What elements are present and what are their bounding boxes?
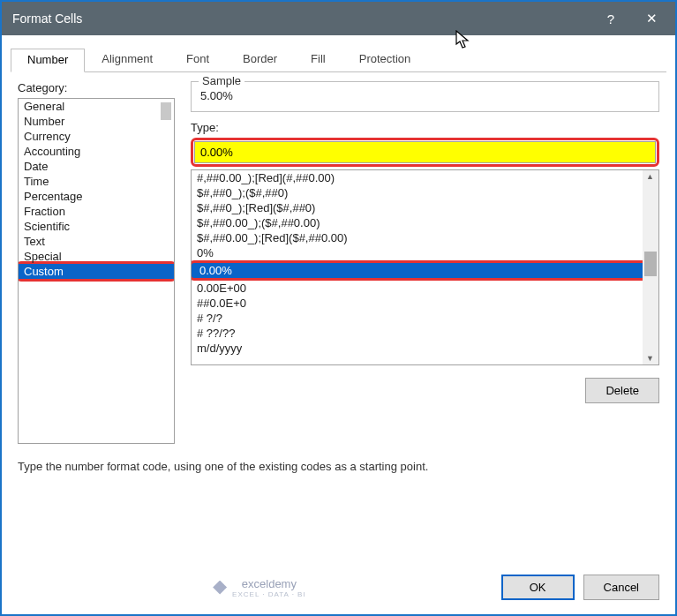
list-item[interactable]: ##0.0E+0 — [192, 296, 658, 311]
list-item[interactable]: General — [19, 99, 174, 114]
scrollbar-thumb[interactable] — [161, 102, 171, 120]
sample-value: 5.00% — [200, 89, 650, 102]
title-bar: Format Cells ? ✕ — [2, 2, 675, 35]
tab-border[interactable]: Border — [226, 48, 294, 71]
list-item[interactable]: Date — [19, 159, 174, 174]
list-item[interactable]: $#,##0.00_);($#,##0.00) — [192, 215, 658, 230]
help-icon: ? — [607, 11, 614, 26]
tab-number[interactable]: Number — [11, 49, 85, 72]
list-item-custom[interactable]: Custom — [19, 264, 174, 279]
type-input-highlight — [191, 138, 659, 167]
brand-watermark: exceldemy EXCEL · DATA · BI — [18, 577, 501, 598]
brand-tagline: EXCEL · DATA · BI — [232, 590, 306, 598]
scroll-down-icon[interactable]: ▼ — [646, 354, 654, 363]
sample-group: Sample 5.00% — [191, 81, 659, 112]
help-button[interactable]: ? — [590, 2, 631, 35]
tab-alignment[interactable]: Alignment — [85, 48, 169, 71]
list-item[interactable]: Text — [19, 234, 174, 249]
scrollbar-thumb[interactable] — [644, 252, 657, 276]
cancel-button[interactable]: Cancel — [583, 575, 659, 600]
sample-label: Sample — [199, 74, 244, 87]
window-title: Format Cells — [12, 11, 590, 26]
type-input[interactable] — [194, 141, 656, 163]
list-item-selected[interactable]: 0.00% — [191, 260, 659, 281]
list-item[interactable]: Currency — [19, 129, 174, 144]
list-item[interactable]: 0% — [192, 245, 658, 260]
list-item[interactable]: Scientific — [19, 219, 174, 234]
category-label: Category: — [18, 81, 175, 94]
scrollbar[interactable]: ▲ ▼ — [643, 170, 658, 364]
list-item[interactable]: #,##0.00_);[Red](#,##0.00) — [192, 170, 658, 185]
tab-font[interactable]: Font — [169, 48, 226, 71]
tab-fill[interactable]: Fill — [294, 48, 342, 71]
list-item[interactable]: $#,##0_);($#,##0) — [192, 185, 658, 200]
category-listbox[interactable]: General Number Currency Accounting Date … — [18, 98, 175, 444]
list-item[interactable]: Fraction — [19, 204, 174, 219]
brand-name: exceldemy — [242, 577, 297, 590]
list-item[interactable]: 0.00E+00 — [192, 281, 658, 296]
type-listbox[interactable]: #,##0.00_);[Red](#,##0.00) $#,##0_);($#,… — [191, 169, 659, 365]
help-text: Type the number format code, using one o… — [18, 460, 659, 473]
tab-strip: Number Alignment Font Border Fill Protec… — [11, 48, 666, 72]
brand-logo-icon — [213, 581, 227, 595]
list-item[interactable]: $#,##0.00_);[Red]($#,##0.00) — [192, 230, 658, 245]
delete-button[interactable]: Delete — [585, 378, 659, 403]
tab-protection[interactable]: Protection — [342, 48, 428, 71]
list-item[interactable]: Accounting — [19, 144, 174, 159]
list-item[interactable]: Number — [19, 114, 174, 129]
ok-button[interactable]: OK — [501, 575, 575, 600]
list-item[interactable]: $#,##0_);[Red]($#,##0) — [192, 200, 658, 215]
close-icon: ✕ — [646, 11, 658, 26]
list-item[interactable]: Time — [19, 174, 174, 189]
list-item[interactable]: Percentage — [19, 189, 174, 204]
list-item[interactable]: # ?/? — [192, 311, 658, 326]
scroll-up-icon[interactable]: ▲ — [646, 172, 654, 181]
list-item[interactable]: # ??/?? — [192, 326, 658, 341]
close-button[interactable]: ✕ — [631, 2, 672, 35]
list-item[interactable]: m/d/yyyy — [192, 341, 658, 356]
type-label: Type: — [191, 121, 659, 134]
